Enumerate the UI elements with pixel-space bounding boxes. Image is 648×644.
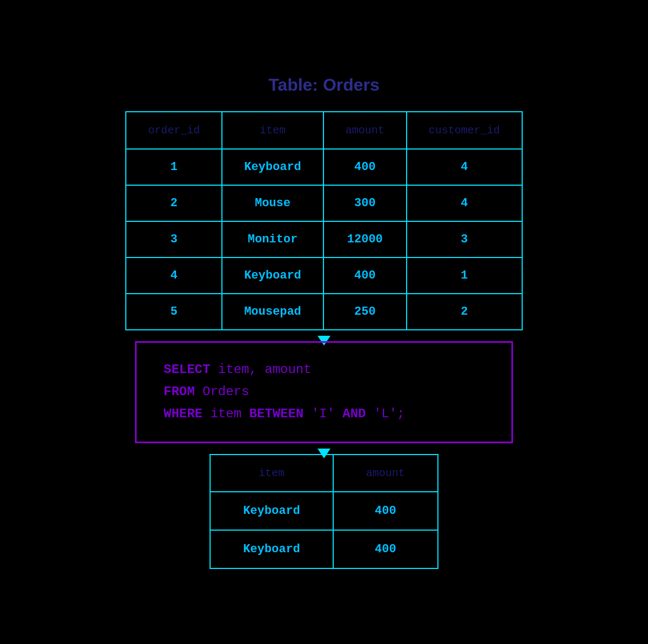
table-row: 4Keyboard4001 (126, 257, 522, 294)
sql-line-1: SELECT item, amount (164, 359, 484, 381)
keyword-and: AND (342, 406, 366, 421)
orders-cell-2-0: 3 (126, 221, 222, 257)
orders-table: order_id item amount customer_id 1Keyboa… (125, 111, 523, 330)
result-cell-1-0: Keyboard (210, 530, 333, 568)
keyword-from: FROM (164, 384, 195, 399)
result-cell-0-0: Keyboard (210, 492, 333, 530)
orders-cell-3-0: 4 (126, 257, 222, 294)
orders-cell-2-1: Monitor (222, 221, 323, 257)
orders-cell-1-0: 2 (126, 185, 222, 221)
col-header-item: item (222, 112, 323, 149)
result-col-amount: amount (333, 455, 438, 492)
table-row: 5Mousepad2502 (126, 294, 522, 330)
sql-where-col: item (202, 406, 249, 421)
result-row: Keyboard400 (210, 492, 438, 530)
orders-cell-4-2: 250 (323, 294, 407, 330)
result-cell-0-1: 400 (333, 492, 438, 530)
keyword-where: WHERE (164, 406, 202, 421)
table-row: 2Mouse3004 (126, 185, 522, 221)
sql-query-box: SELECT item, amount FROM Orders WHERE it… (135, 341, 513, 443)
sql-select-cols: item, amount (210, 362, 311, 377)
orders-cell-0-3: 4 (407, 149, 522, 185)
orders-cell-1-2: 300 (323, 185, 407, 221)
col-header-order-id: order_id (126, 112, 222, 149)
result-col-item: item (210, 455, 333, 492)
orders-cell-1-3: 4 (407, 185, 522, 221)
col-header-customer-id: customer_id (407, 112, 522, 149)
orders-cell-3-1: Keyboard (222, 257, 323, 294)
orders-cell-1-1: Mouse (222, 185, 323, 221)
keyword-between: BETWEEN (249, 406, 303, 421)
table-row: 3Monitor120003 (126, 221, 522, 257)
orders-cell-0-0: 1 (126, 149, 222, 185)
orders-cell-4-0: 5 (126, 294, 222, 330)
table-row: 1Keyboard4004 (126, 149, 522, 185)
orders-cell-2-3: 3 (407, 221, 522, 257)
orders-cell-3-2: 400 (323, 257, 407, 294)
orders-cell-0-2: 400 (323, 149, 407, 185)
result-table: item amount Keyboard400Keyboard400 (210, 454, 438, 569)
page-title: Table: Orders (268, 75, 380, 95)
orders-cell-4-1: Mousepad (222, 294, 323, 330)
sql-val2: 'L'; (366, 406, 405, 421)
sql-line-2: FROM Orders (164, 381, 484, 403)
sql-from-table: Orders (195, 384, 249, 399)
main-container: Table: Orders order_id item amount custo… (125, 53, 523, 590)
sql-line-3: WHERE item BETWEEN 'I' AND 'L'; (164, 403, 484, 425)
orders-cell-0-1: Keyboard (222, 149, 323, 185)
orders-cell-2-2: 12000 (323, 221, 407, 257)
result-row: Keyboard400 (210, 530, 438, 568)
sql-val1: 'I' (303, 406, 342, 421)
col-header-amount: amount (323, 112, 407, 149)
orders-cell-3-3: 1 (407, 257, 522, 294)
result-cell-1-1: 400 (333, 530, 438, 568)
orders-cell-4-3: 2 (407, 294, 522, 330)
keyword-select: SELECT (164, 362, 210, 377)
